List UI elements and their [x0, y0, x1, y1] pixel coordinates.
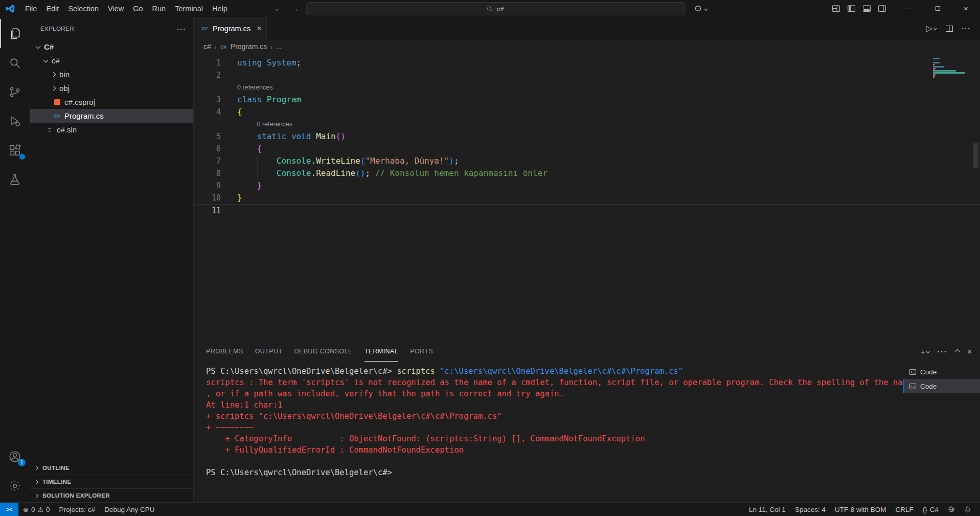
new-terminal-button[interactable]: + — [921, 347, 929, 356]
extensions-activity-button[interactable] — [0, 136, 30, 165]
projects-status[interactable]: Projects: c# — [55, 503, 100, 516]
tree-item-c-[interactable]: c# — [30, 54, 193, 68]
terminal-more-actions-icon[interactable]: ··· — [938, 347, 948, 356]
editor-more-actions-icon[interactable]: ··· — [962, 25, 971, 32]
warning-count: 0 — [46, 506, 50, 513]
notifications-bell-icon[interactable] — [960, 503, 976, 516]
minimap[interactable] — [933, 58, 972, 80]
debug-config-status[interactable]: Debug Any CPU — [100, 503, 159, 516]
section-solution-explorer[interactable]: SOLUTION EXPLORER — [30, 488, 193, 502]
menu-edit[interactable]: Edit — [41, 3, 63, 14]
code-line[interactable]: } — [237, 192, 242, 204]
breadcrumb-file[interactable]: Program.cs — [231, 42, 267, 51]
panel-tab-output[interactable]: OUTPUT — [255, 341, 283, 362]
code-line[interactable]: } — [237, 180, 262, 192]
menu-file[interactable]: File — [20, 3, 41, 14]
copilot-button[interactable] — [693, 4, 707, 13]
terminal[interactable]: PS C:\Users\qwrcl\OneDrive\Belgeler\c#> … — [194, 362, 903, 502]
tree-item-bin[interactable]: bin — [30, 68, 193, 81]
globe-icon[interactable] — [943, 503, 960, 516]
line-number: 1 — [194, 57, 237, 69]
code-line[interactable]: static void Main() — [237, 130, 346, 143]
menu-selection[interactable]: Selection — [63, 3, 103, 14]
encoding-status[interactable]: UTF-8 with BOM — [830, 503, 891, 516]
back-icon[interactable]: ← — [273, 4, 284, 13]
terminal-line: + scriptcs "c:\Users\qwrcl\OneDrive\Belg… — [206, 411, 903, 422]
panel-tab-problems[interactable]: PROBLEMS — [206, 341, 243, 362]
section-label: OUTLINE — [42, 465, 70, 471]
menu-terminal[interactable]: Terminal — [170, 3, 208, 14]
line-number: 5 — [194, 130, 237, 143]
tree-item-obj[interactable]: obj — [30, 81, 193, 95]
problems-status[interactable]: ⊗ 0 ⚠ 0 — [18, 503, 55, 516]
search-input[interactable]: c# — [306, 2, 685, 15]
panel-tab-ports[interactable]: PORTS — [410, 341, 433, 362]
forward-icon[interactable]: → — [289, 4, 301, 13]
eol-status[interactable]: CRLF — [891, 503, 918, 516]
close-tab-icon[interactable]: × — [257, 24, 261, 33]
run-and-debug-activity-button[interactable] — [0, 106, 30, 136]
menu-run[interactable]: Run — [148, 3, 171, 14]
tree-item-program-cs[interactable]: C#Program.cs — [30, 109, 193, 123]
cursor-position-status[interactable]: Ln 11, Col 1 — [744, 503, 790, 516]
files-icon — [8, 27, 21, 40]
tree-item-c-csproj[interactable]: c#.csproj — [30, 95, 193, 109]
terminal-instance-code[interactable]: Code — [903, 379, 980, 393]
braces-icon: {} — [923, 506, 927, 513]
toggle-secondary-sidebar-icon[interactable] — [874, 2, 890, 15]
editor-actions: ▷ ··· — [926, 17, 980, 39]
cs-file-icon: C# — [200, 25, 209, 33]
language-mode-status[interactable]: {} C# — [918, 503, 943, 516]
section-timeline[interactable]: TIMELINE — [30, 475, 193, 488]
tab-program-cs[interactable]: C# Program.cs × — [194, 17, 267, 39]
code-line[interactable]: using System; — [237, 57, 301, 69]
menu-help[interactable]: Help — [208, 3, 232, 14]
tree-item-c-sln[interactable]: ≡c#.sln — [30, 123, 193, 137]
split-editor-icon[interactable] — [945, 25, 953, 33]
terminal-line: At line:1 char:1 — [206, 399, 903, 411]
code-editor[interactable]: 1using System;20 references3class Progra… — [194, 54, 980, 341]
code-line[interactable]: { — [237, 106, 242, 118]
explorer-more-actions-icon[interactable]: ··· — [177, 25, 187, 33]
panel-tab-terminal[interactable]: TERMINAL — [364, 341, 398, 362]
toggle-sidebar-icon[interactable] — [844, 2, 859, 15]
tree-item-label: c# — [52, 56, 60, 65]
code-line[interactable]: Console.WriteLine("Merhaba, Dünya!"); — [237, 155, 459, 167]
settings-activity-button[interactable] — [0, 471, 30, 500]
codelens-references[interactable]: 0 references — [237, 81, 272, 94]
window-controls-area: ─ × — [828, 0, 980, 17]
section-outline[interactable]: OUTLINE — [30, 461, 193, 475]
source-control-activity-button[interactable] — [0, 77, 30, 106]
accounts-activity-button[interactable]: 1 — [0, 442, 30, 471]
toggle-panel-icon[interactable] — [859, 2, 874, 15]
status-bar-right: Ln 11, Col 1 Spaces: 4 UTF-8 with BOM CR… — [744, 503, 980, 516]
tree-item-c-[interactable]: C# — [30, 40, 193, 54]
file-tree: C#c#binobjc#.csprojC#Program.cs≡c#.sln — [30, 40, 193, 137]
run-button[interactable]: ▷ — [926, 24, 936, 33]
menu-view[interactable]: View — [103, 3, 128, 14]
indentation-status[interactable]: Spaces: 4 — [790, 503, 830, 516]
maximize-panel-icon[interactable] — [955, 350, 959, 353]
editor-scrollbar[interactable] — [973, 143, 978, 168]
restore-icon[interactable] — [924, 0, 952, 17]
code-line[interactable]: { — [237, 143, 262, 155]
minimize-icon[interactable]: ─ — [896, 0, 924, 17]
chevron-right-icon: › — [214, 42, 217, 51]
close-icon[interactable]: × — [952, 0, 980, 17]
breadcrumb-symbol[interactable]: ... — [276, 42, 282, 51]
close-panel-icon[interactable]: × — [967, 347, 972, 356]
menu-go[interactable]: Go — [128, 3, 147, 14]
breadcrumb-folder[interactable]: c# — [203, 42, 211, 51]
testing-activity-button[interactable] — [0, 165, 30, 194]
terminal-line: + CategoryInfo : ObjectNotFound: (script… — [206, 433, 903, 444]
code-line[interactable]: Console.ReadLine(); // Konsolun hemen ka… — [237, 167, 548, 180]
code-line[interactable]: class Program — [237, 94, 301, 106]
customize-layout-icon[interactable] — [828, 2, 844, 15]
codelens-references[interactable]: 0 references — [237, 118, 292, 130]
explorer-activity-button[interactable] — [0, 19, 30, 48]
activity-badge: 1 — [18, 459, 26, 466]
terminal-instance-code[interactable]: Code — [903, 365, 980, 379]
remote-indicator[interactable]: >< — [0, 503, 18, 516]
search-activity-button[interactable] — [0, 48, 30, 77]
panel-tab-debug-console[interactable]: DEBUG CONSOLE — [294, 341, 352, 362]
